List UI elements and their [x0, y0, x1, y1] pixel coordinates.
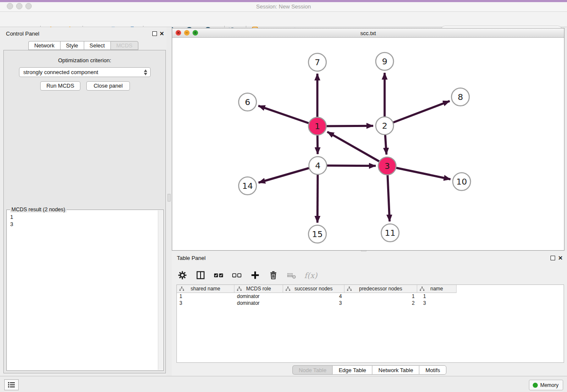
run-mcds-button[interactable]: Run MCDS	[40, 81, 80, 91]
close-panel-button[interactable]: Close panel	[86, 81, 130, 91]
graph-edge-2-8[interactable]	[385, 101, 450, 126]
column-type-icon	[179, 287, 184, 291]
table-cell: dominator	[234, 293, 283, 300]
close-table-panel-icon[interactable]: ✕	[558, 255, 563, 261]
table-cell: dominator	[234, 300, 283, 306]
function-builder-icon[interactable]: f(x)	[304, 271, 317, 280]
float-panel-icon[interactable]	[152, 31, 157, 36]
node-table[interactable]: shared nameMCDS rolesuccessor nodesprede…	[176, 284, 564, 363]
column-type-icon	[286, 287, 290, 291]
memory-button[interactable]: Memory	[529, 380, 563, 390]
column-label: predecessor nodes	[359, 286, 402, 292]
session-title: Session: New Session	[0, 3, 567, 10]
mcds-result-title: MCDS result (2 nodes)	[10, 207, 66, 213]
table-toolbar: f(x)	[177, 266, 317, 284]
app-titlebar: Session: New Session	[0, 0, 567, 12]
select-all-icon[interactable]	[213, 270, 224, 281]
tab-edge-table[interactable]: Edge Table	[332, 365, 372, 375]
column-header-shared-name[interactable]: shared name	[177, 285, 234, 293]
deselect-all-icon[interactable]	[231, 270, 242, 281]
column-label: name	[430, 286, 443, 292]
mcds-panel-body: Optimization criterion: strongly connect…	[3, 50, 166, 373]
column-header-successor-nodes[interactable]: successor nodes	[283, 285, 344, 293]
tab-node-table[interactable]: Node Table	[292, 365, 333, 375]
graph-node-label-2: 2	[382, 121, 388, 131]
graph-node-label-7: 7	[315, 57, 320, 67]
table-options-gear-icon[interactable]	[177, 270, 188, 281]
graph-edge-3-1[interactable]	[327, 132, 387, 166]
control-panel-tabs: Network Style Select MCDS	[0, 41, 167, 50]
table-row[interactable]: 3dominator323	[177, 300, 564, 306]
dropdown-stepper-icon	[143, 69, 148, 76]
graph-edge-3-10[interactable]	[387, 166, 451, 179]
network-canvas[interactable]: 1234678910111415	[172, 38, 564, 250]
dropdown-value: strongly connected component	[23, 69, 98, 75]
column-label: MCDS role	[246, 286, 271, 292]
column-type-icon	[347, 287, 352, 291]
memory-label: Memory	[540, 382, 559, 388]
table-panel-title: Table Panel	[177, 255, 206, 261]
tab-network-table[interactable]: Network Table	[372, 365, 419, 375]
memory-status-icon	[533, 383, 538, 388]
vertical-splitter-handle[interactable]	[168, 194, 171, 202]
column-header-name[interactable]: name	[417, 285, 457, 293]
table-cell: 1	[344, 293, 417, 300]
graph-node-label-4: 4	[315, 160, 321, 171]
optimization-criterion-label: Optimization criterion:	[4, 57, 165, 63]
mcds-result-group: MCDS result (2 nodes) 1 3	[6, 210, 164, 371]
graph-node-label-10: 10	[456, 177, 467, 187]
network-window-titlebar[interactable]: ✕ − + scc.txt	[172, 28, 564, 38]
table-panel: Table Panel ✕ f(x) shared nameMCDS roles…	[172, 251, 567, 376]
control-panel: Control Panel ✕ Network Style Select MCD…	[0, 27, 167, 376]
show-columns-icon[interactable]	[195, 270, 206, 281]
main-toolbar	[0, 12, 567, 27]
tab-mcds[interactable]: MCDS	[110, 41, 138, 50]
close-panel-icon[interactable]: ✕	[160, 30, 164, 37]
table-cell: 3	[283, 300, 344, 306]
control-panel-title: Control Panel	[6, 30, 39, 37]
mcds-result-text: 1 3	[10, 213, 13, 228]
graph-node-label-8: 8	[458, 92, 463, 102]
table-tabs: Node Table Edge Table Network Table Moti…	[172, 365, 567, 375]
network-window: ✕ − + scc.txt 1234678910111415	[172, 28, 564, 251]
optimization-criterion-dropdown[interactable]: strongly connected component	[19, 67, 151, 77]
delete-table-icon[interactable]	[286, 270, 297, 281]
tab-network[interactable]: Network	[28, 41, 60, 50]
table-cell: 1	[177, 293, 234, 300]
graph-node-label-15: 15	[312, 229, 322, 239]
delete-column-icon[interactable]	[268, 270, 279, 281]
table-cell: 3	[417, 300, 457, 306]
column-label: successor nodes	[295, 286, 333, 292]
network-window-title: scc.txt	[172, 30, 564, 36]
list-icon	[7, 381, 16, 388]
column-header-MCDS-role[interactable]: MCDS role	[234, 285, 283, 293]
node-table-body: 1dominator4113dominator323	[177, 293, 564, 306]
titlebar-accent	[0, 0, 567, 2]
graph-node-label-3: 3	[385, 161, 390, 171]
graph-node-label-1: 1	[315, 121, 320, 131]
graph-node-label-9: 9	[382, 56, 388, 66]
graph-node-label-11: 11	[385, 228, 395, 238]
table-cell: 2	[344, 300, 417, 306]
column-type-icon	[420, 287, 424, 291]
graph-node-label-6: 6	[245, 97, 250, 107]
table-cell: 1	[417, 293, 457, 300]
float-table-panel-icon[interactable]	[550, 256, 555, 260]
table-row[interactable]: 1dominator411	[177, 293, 564, 300]
node-table-header: shared nameMCDS rolesuccessor nodesprede…	[177, 285, 564, 293]
tab-motifs[interactable]: Motifs	[419, 365, 446, 375]
result-scrollbar[interactable]	[158, 210, 163, 370]
task-history-button[interactable]	[4, 379, 19, 390]
vertical-splitter[interactable]	[167, 27, 172, 376]
add-column-icon[interactable]	[250, 270, 261, 281]
status-bar: Memory	[0, 376, 567, 392]
table-cell: 4	[283, 293, 344, 300]
tab-style[interactable]: Style	[60, 41, 84, 50]
tab-select[interactable]: Select	[84, 41, 110, 50]
graph-node-label-14: 14	[242, 181, 253, 191]
column-label: shared name	[190, 286, 220, 292]
column-type-icon	[237, 287, 242, 291]
table-cell: 3	[177, 300, 234, 306]
column-header-predecessor-nodes[interactable]: predecessor nodes	[344, 285, 417, 293]
